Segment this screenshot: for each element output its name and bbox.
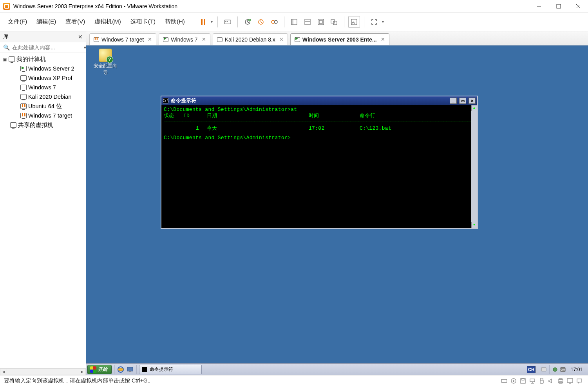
cmd-icon	[142, 367, 147, 372]
vm-tabs: Windows 7 target ✕ Windows 7 ✕ Kali 2020…	[86, 31, 588, 45]
library-sidebar: 库 ✕ 🔍 ▼ ▣ 我的计算机 Windows Server 2 Windows…	[0, 31, 86, 375]
svg-rect-22	[351, 19, 357, 25]
svg-rect-31	[501, 379, 507, 382]
fullscreen-dropdown[interactable]	[382, 20, 385, 24]
device-floppy-icon[interactable]	[519, 377, 526, 384]
taskbar-clock[interactable]: 17:01	[568, 367, 586, 372]
device-usb-icon[interactable]	[538, 377, 545, 384]
status-message: 要将输入定向到该虚拟机，请在虚拟机内部单击或按 Ctrl+G。	[4, 377, 153, 384]
menu-tabs[interactable]: 选项卡(T)	[127, 16, 159, 27]
cmd-body[interactable]: C:\Documents and Settings\Administrator>…	[161, 105, 477, 228]
maximize-button[interactable]	[549, 0, 568, 13]
svg-rect-44	[567, 379, 573, 382]
svg-rect-15	[291, 19, 293, 25]
tree-item[interactable]: Windows 7	[0, 83, 86, 92]
svg-rect-35	[522, 379, 524, 380]
library-search-input[interactable]	[12, 44, 81, 51]
vm-tab[interactable]: Kali 2020 Debian 8.x ✕	[213, 33, 288, 45]
minimize-button[interactable]	[529, 0, 549, 13]
vm-tab-active[interactable]: Windows Server 2003 Ente... ✕	[290, 33, 389, 45]
svg-rect-42	[559, 379, 562, 380]
tree-root-mycomputer[interactable]: ▣ 我的计算机	[0, 54, 86, 64]
snapshot-revert-button[interactable]	[255, 16, 267, 28]
tray-vmtools-icon[interactable]: vm	[560, 366, 566, 373]
view-console-button[interactable]	[302, 16, 313, 28]
svg-rect-40	[540, 380, 543, 383]
device-cd-icon[interactable]	[510, 377, 517, 384]
svg-rect-6	[224, 20, 231, 24]
device-network-icon[interactable]	[529, 377, 536, 384]
menu-help[interactable]: 帮助(H)	[161, 16, 189, 27]
library-search[interactable]: 🔍 ▼	[0, 42, 86, 53]
view-fit-button[interactable]	[315, 16, 327, 28]
vm-running-icon	[163, 37, 168, 42]
library-title: 库	[3, 33, 9, 40]
svg-rect-19	[319, 20, 322, 24]
svg-rect-25	[127, 367, 133, 371]
tree-item[interactable]: Windows XP Prof	[0, 73, 86, 83]
vmware-status-bar: 要将输入定向到该虚拟机，请在虚拟机内部单击或按 Ctrl+G。	[0, 375, 588, 386]
computer-icon	[9, 56, 15, 62]
desktop-icon-security-wizard[interactable]: 安全配置向导	[92, 49, 119, 76]
svg-rect-16	[305, 19, 310, 25]
quicklaunch-desktop-icon[interactable]	[126, 366, 134, 373]
tab-close-icon[interactable]: ✕	[148, 36, 152, 42]
tree-item[interactable]: Kali 2020 Debian	[0, 92, 86, 101]
tree-shared-vms[interactable]: 共享的虚拟机	[0, 120, 86, 130]
menu-view[interactable]: 查看(V)	[62, 16, 89, 27]
guest-desktop[interactable]: 安全配置向导 C:\ 命令提示符 _ ▭ ✕ C:\Documents and …	[86, 45, 588, 375]
tree-item[interactable]: Windows 7 target	[0, 111, 86, 120]
svg-rect-26	[129, 371, 131, 372]
device-printer-icon[interactable]	[557, 377, 564, 384]
menu-vm[interactable]: 虚拟机(M)	[90, 16, 125, 27]
power-dropdown[interactable]	[210, 20, 213, 24]
svg-rect-4	[201, 19, 203, 25]
cmd-window[interactable]: C:\ 命令提示符 _ ▭ ✕ C:\Documents and Setting…	[161, 96, 478, 229]
svg-rect-1	[557, 4, 561, 8]
tab-close-icon[interactable]: ✕	[202, 36, 206, 42]
vm-paused-icon	[20, 113, 27, 118]
tab-close-icon[interactable]: ✕	[279, 36, 284, 42]
search-icon: 🔍	[3, 44, 10, 51]
start-button[interactable]: 开始	[87, 365, 112, 374]
close-button[interactable]	[568, 0, 588, 13]
system-tray	[538, 365, 549, 374]
device-sound-icon[interactable]	[548, 377, 555, 384]
windows-flag-icon	[90, 366, 96, 373]
vm-tab[interactable]: Windows 7 target ✕	[89, 33, 156, 45]
vm-tab[interactable]: Windows 7 ✕	[159, 33, 210, 45]
cmd-minimize-button[interactable]: _	[450, 98, 457, 104]
fullscreen-button[interactable]	[368, 16, 380, 28]
library-hscrollbar[interactable]: ◄►	[0, 368, 86, 375]
snapshot-manage-button[interactable]	[268, 16, 280, 28]
tree-item[interactable]: Windows Server 2	[0, 64, 86, 73]
device-hdd-icon[interactable]	[501, 377, 508, 384]
vm-icon	[20, 75, 27, 81]
snapshot-take-button[interactable]	[242, 16, 253, 28]
send-ctrl-alt-del-button[interactable]	[222, 16, 233, 28]
vm-icon	[20, 94, 27, 100]
tray-network-icon[interactable]	[552, 366, 558, 373]
cmd-maximize-button[interactable]: ▭	[459, 98, 466, 104]
view-multimonitor-button[interactable]	[328, 16, 340, 28]
device-display-icon[interactable]	[566, 377, 574, 384]
view-single-button[interactable]	[288, 16, 300, 28]
host-window-titlebar: Windows Server 2003 Enterprise x64 Editi…	[0, 0, 588, 13]
library-close-button[interactable]: ✕	[78, 34, 83, 40]
language-indicator[interactable]: CH	[527, 366, 536, 373]
menu-file[interactable]: 文件(F)	[4, 16, 31, 27]
cmd-close-button[interactable]: ✕	[469, 98, 476, 104]
status-message-icon[interactable]	[576, 377, 583, 384]
taskbar-task-cmd[interactable]: 命令提示符	[139, 365, 202, 374]
cmd-vscrollbar[interactable]: ▲▼	[471, 105, 477, 228]
tray-icon[interactable]	[541, 366, 547, 373]
quicklaunch-ie-icon[interactable]	[117, 366, 125, 373]
enter-unity-button[interactable]	[348, 16, 360, 28]
pause-vm-button[interactable]	[197, 16, 209, 28]
menu-edit[interactable]: 编辑(E)	[33, 16, 60, 27]
cmd-titlebar[interactable]: C:\ 命令提示符 _ ▭ ✕	[161, 96, 477, 105]
computer-icon	[10, 122, 16, 128]
tree-item[interactable]: Ubuntu 64 位	[0, 101, 86, 111]
tab-close-icon[interactable]: ✕	[381, 36, 385, 42]
svg-rect-27	[541, 368, 546, 371]
